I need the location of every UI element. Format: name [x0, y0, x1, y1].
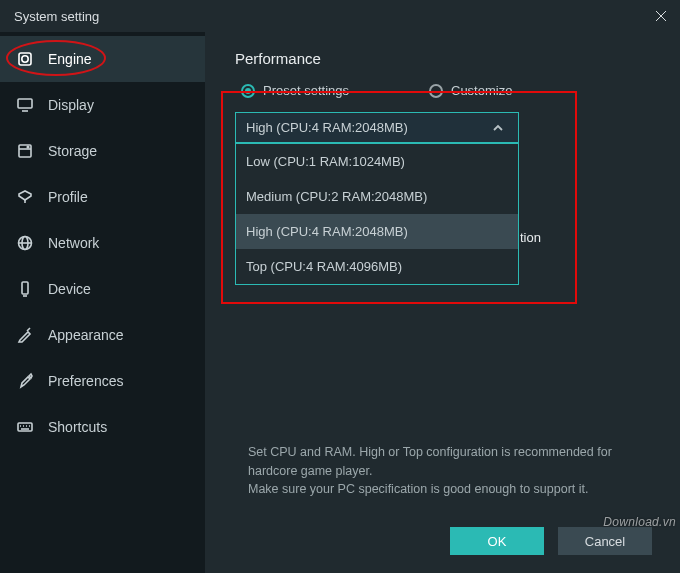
- display-icon: [16, 96, 34, 114]
- sidebar-item-label: Engine: [48, 51, 92, 67]
- network-icon: [16, 234, 34, 252]
- sidebar-item-label: Profile: [48, 189, 88, 205]
- sidebar-item-label: Preferences: [48, 373, 123, 389]
- dropdown-option[interactable]: Low (CPU:1 RAM:1024MB): [236, 144, 518, 179]
- cancel-button[interactable]: Cancel: [558, 527, 652, 555]
- sidebar-item-display[interactable]: Display: [0, 82, 205, 128]
- sidebar-item-label: Appearance: [48, 327, 124, 343]
- radio-label: Customize: [451, 83, 512, 98]
- dropdown-option[interactable]: Medium (CPU:2 RAM:2048MB): [236, 179, 518, 214]
- sidebar-item-label: Device: [48, 281, 91, 297]
- svg-rect-4: [18, 99, 32, 108]
- chevron-up-icon: [492, 122, 504, 134]
- dropdown-option[interactable]: High (CPU:4 RAM:2048MB): [236, 214, 518, 249]
- profile-icon: [16, 188, 34, 206]
- radio-icon: [429, 84, 443, 98]
- device-icon: [16, 280, 34, 298]
- svg-line-15: [27, 328, 30, 331]
- preset-dropdown[interactable]: High (CPU:4 RAM:2048MB): [235, 112, 519, 143]
- section-title: Performance: [235, 50, 650, 67]
- close-icon: [654, 9, 668, 23]
- appearance-icon: [16, 326, 34, 344]
- radio-label: Preset settings: [263, 83, 349, 98]
- sidebar-item-storage[interactable]: Storage: [0, 128, 205, 174]
- radio-group: Preset settings Customize: [235, 83, 650, 98]
- sidebar-item-device[interactable]: Device: [0, 266, 205, 312]
- shortcuts-icon: [16, 418, 34, 436]
- svg-rect-2: [19, 53, 31, 65]
- sidebar-item-appearance[interactable]: Appearance: [0, 312, 205, 358]
- sidebar-item-label: Network: [48, 235, 99, 251]
- dropdown-options: Low (CPU:1 RAM:1024MB) Medium (CPU:2 RAM…: [235, 143, 519, 285]
- preferences-icon: [16, 372, 34, 390]
- svg-point-8: [27, 146, 29, 148]
- ok-button[interactable]: OK: [450, 527, 544, 555]
- sidebar-item-engine[interactable]: Engine: [0, 36, 205, 82]
- svg-rect-13: [22, 282, 28, 294]
- svg-point-3: [22, 56, 28, 62]
- help-line: Make sure your PC specification is good …: [248, 480, 648, 499]
- close-button[interactable]: [652, 7, 670, 25]
- radio-preset[interactable]: Preset settings: [241, 83, 349, 98]
- help-text: Set CPU and RAM. High or Top configurati…: [248, 443, 648, 499]
- dialog-buttons: OK Cancel: [450, 527, 652, 555]
- sidebar-item-label: Shortcuts: [48, 419, 107, 435]
- window-title: System setting: [14, 9, 99, 24]
- sidebar-item-network[interactable]: Network: [0, 220, 205, 266]
- dropdown-selected: High (CPU:4 RAM:2048MB): [246, 120, 408, 135]
- radio-icon: [241, 84, 255, 98]
- titlebar: System setting: [0, 0, 680, 32]
- sidebar-item-label: Display: [48, 97, 94, 113]
- storage-icon: [16, 142, 34, 160]
- engine-icon: [16, 50, 34, 68]
- watermark: Download.vn: [603, 515, 676, 529]
- help-line: Set CPU and RAM. High or Top configurati…: [248, 443, 648, 481]
- sidebar: Engine Display Storage Profile Ne: [0, 32, 205, 573]
- sidebar-item-label: Storage: [48, 143, 97, 159]
- obscured-text-fragment: tion: [520, 230, 541, 245]
- dropdown-option[interactable]: Top (CPU:4 RAM:4096MB): [236, 249, 518, 284]
- sidebar-item-preferences[interactable]: Preferences: [0, 358, 205, 404]
- sidebar-item-shortcuts[interactable]: Shortcuts: [0, 404, 205, 450]
- radio-customize[interactable]: Customize: [429, 83, 512, 98]
- sidebar-item-profile[interactable]: Profile: [0, 174, 205, 220]
